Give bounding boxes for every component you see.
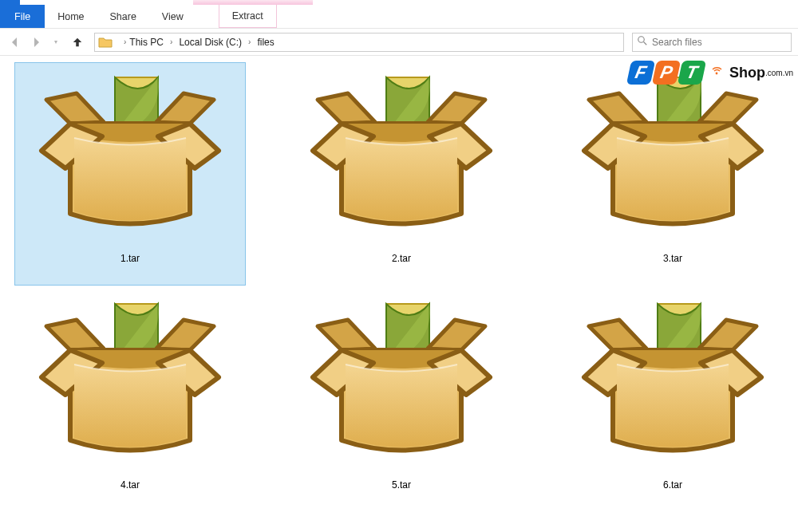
chevron-right-icon: › — [124, 37, 126, 46]
file-icon-wrap — [573, 293, 772, 476]
file-item[interactable]: 5.tar — [286, 289, 517, 512]
folder-icon — [98, 36, 113, 49]
arrow-right-icon — [30, 36, 42, 49]
file-icon-wrap — [302, 293, 501, 476]
file-icon-wrap — [30, 293, 230, 476]
tab-share[interactable]: Share — [97, 5, 149, 28]
file-item[interactable]: 4.tar — [14, 289, 246, 512]
file-item[interactable]: 6.tar — [557, 289, 788, 512]
archive-box-icon — [310, 301, 493, 468]
archive-box-icon — [38, 74, 222, 242]
crumb-label: Local Disk (C:) — [179, 37, 242, 48]
forward-button[interactable] — [27, 33, 45, 51]
file-item[interactable]: 3.tar — [557, 62, 788, 286]
file-icon-wrap — [573, 66, 772, 250]
file-label: 5.tar — [392, 479, 411, 491]
file-grid: 1.tar 2.tar — [0, 56, 798, 528]
file-label: 3.tar — [663, 253, 682, 264]
archive-box-icon — [581, 301, 764, 468]
tab-home[interactable]: Home — [45, 5, 97, 28]
svg-line-1 — [644, 42, 647, 45]
chevron-right-icon: › — [170, 37, 172, 46]
address-bar[interactable]: › This PC › Local Disk (C:) › files — [94, 33, 624, 52]
arrow-left-icon — [9, 36, 22, 49]
file-label: 4.tar — [120, 479, 140, 491]
crumb-label: This PC — [129, 37, 164, 48]
file-label: 1.tar — [120, 253, 140, 264]
chevron-right-icon: › — [248, 37, 251, 46]
search-input[interactable]: Search files — [632, 33, 792, 52]
archive-box-icon — [310, 74, 493, 242]
file-icon-wrap — [302, 66, 501, 250]
arrow-up-icon — [72, 37, 83, 48]
search-placeholder: Search files — [652, 37, 702, 48]
archive-box-icon — [38, 301, 222, 468]
crumb-folder[interactable]: files — [254, 33, 277, 51]
back-button[interactable] — [6, 33, 24, 51]
archive-box-icon — [581, 74, 764, 242]
search-icon — [638, 36, 647, 48]
tab-view[interactable]: View — [149, 5, 196, 28]
recent-locations-button[interactable]: ▾ — [48, 33, 65, 51]
up-button[interactable] — [69, 33, 86, 51]
ribbon: File Home Share View Extract — [0, 5, 798, 29]
file-item[interactable]: 2.tar — [286, 62, 517, 286]
tab-file[interactable]: File — [0, 5, 45, 28]
svg-point-0 — [638, 37, 645, 43]
tab-extract[interactable]: Extract — [219, 5, 277, 28]
file-item[interactable]: 1.tar — [14, 62, 246, 286]
file-icon-wrap — [30, 66, 230, 250]
crumb-label: files — [257, 37, 274, 48]
file-label: 6.tar — [663, 479, 682, 491]
file-label: 2.tar — [392, 253, 411, 264]
crumb-this-pc[interactable]: › This PC › — [117, 33, 176, 51]
nav-row: ▾ › This PC › Local Disk (C:) › files Se… — [0, 29, 798, 56]
chevron-down-icon: ▾ — [54, 38, 57, 45]
crumb-drive[interactable]: Local Disk (C:) › — [176, 33, 254, 51]
